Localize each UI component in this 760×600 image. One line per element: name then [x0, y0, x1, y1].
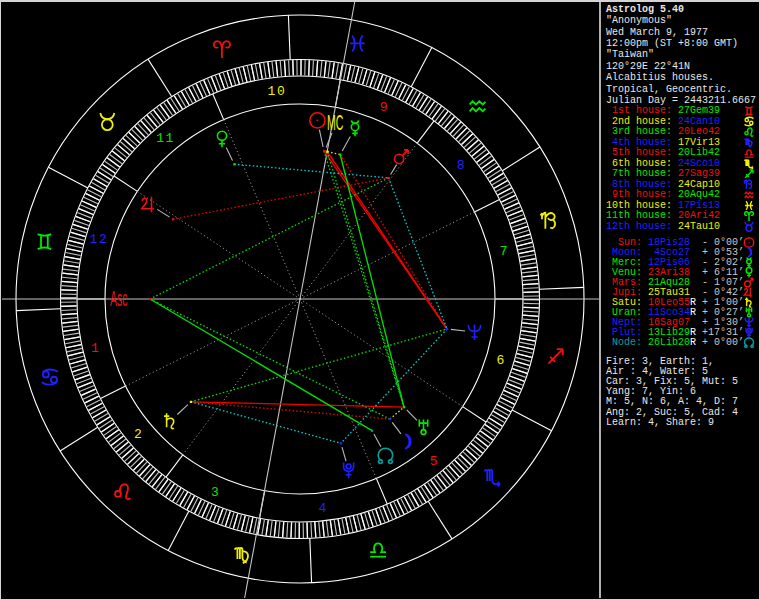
svg-text:2: 2	[134, 427, 143, 442]
svg-text:Asc: Asc	[110, 286, 128, 312]
svg-text:6: 6	[496, 353, 505, 368]
svg-text:8: 8	[457, 158, 466, 173]
svg-text:12: 12	[90, 232, 109, 247]
svg-text:1: 1	[91, 341, 100, 356]
svg-text:3: 3	[211, 485, 220, 500]
svg-text:11: 11	[156, 131, 175, 146]
svg-text:5: 5	[430, 454, 439, 469]
svg-text:4: 4	[318, 501, 327, 516]
svg-text:MC: MC	[327, 110, 343, 136]
svg-text:10: 10	[268, 84, 287, 99]
svg-text:7: 7	[500, 244, 509, 259]
svg-text:9: 9	[380, 100, 389, 115]
